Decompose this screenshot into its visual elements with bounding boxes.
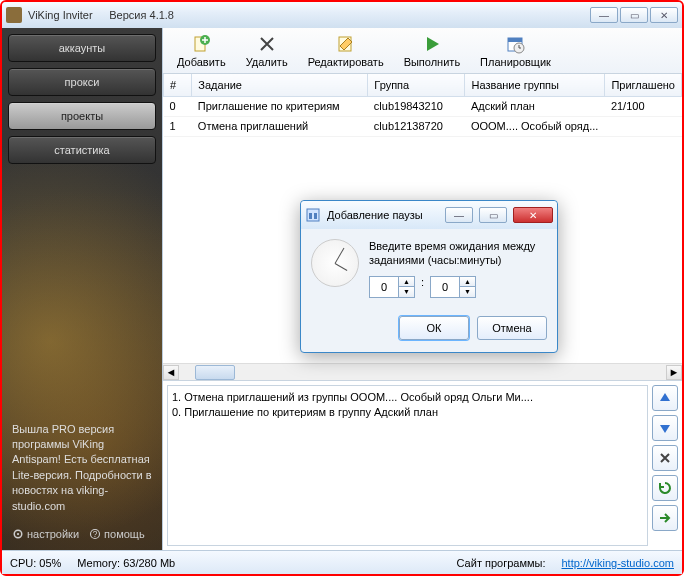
scroll-thumb[interactable]: [195, 365, 235, 380]
edit-label: Редактировать: [308, 56, 384, 68]
hours-up-icon[interactable]: ▲: [399, 277, 414, 288]
col-groupname[interactable]: Название группы: [465, 74, 605, 96]
delete-label: Удалить: [246, 56, 288, 68]
maximize-button[interactable]: ▭: [620, 7, 648, 23]
add-button[interactable]: Добавить: [169, 32, 234, 70]
settings-link[interactable]: настройки: [12, 528, 79, 540]
toolbar: Добавить Удалить Редактировать Выполнить…: [163, 28, 682, 74]
run-button[interactable]: Выполнить: [396, 32, 468, 70]
clock-icon: [311, 239, 359, 287]
svg-rect-10: [307, 209, 319, 221]
app-title: ViKing Inviter Версия 4.1.8: [28, 8, 174, 22]
ok-button[interactable]: ОК: [399, 316, 469, 340]
horizontal-scrollbar[interactable]: ◄ ►: [163, 363, 682, 380]
dialog-close-button[interactable]: ✕: [513, 207, 553, 223]
hours-spinner[interactable]: ▲▼: [369, 276, 415, 298]
table-row[interactable]: 0 Приглашение по критериям club19843210 …: [164, 96, 682, 116]
time-sep: :: [421, 276, 424, 298]
nav-accounts[interactable]: аккаунты: [8, 34, 156, 62]
dialog-title: Добавление паузы: [327, 209, 423, 221]
col-task[interactable]: Задание: [192, 74, 368, 96]
dialog-titlebar: Добавление паузы ― ▭ ✕: [301, 201, 557, 229]
help-icon: ?: [89, 528, 101, 540]
run-label: Выполнить: [404, 56, 460, 68]
dialog-maximize-button[interactable]: ▭: [479, 207, 507, 223]
add-icon: [191, 34, 211, 54]
sidebar: аккаунты прокси проекты статистика Вышла…: [2, 28, 162, 550]
clear-button[interactable]: [652, 445, 678, 471]
log-line: 1. Отмена приглашений из группы ОООМ....…: [172, 390, 643, 405]
log-line: 0. Приглашение по критериям в группу Адс…: [172, 405, 643, 420]
log-buttons: [648, 381, 682, 550]
minutes-down-icon[interactable]: ▼: [460, 287, 475, 297]
promo-text: Вышла PRO версия программы ViKing Antisp…: [8, 418, 156, 518]
svg-rect-11: [309, 213, 312, 219]
col-index[interactable]: #: [164, 74, 192, 96]
memory-status: Memory: 63/280 Mb: [77, 557, 175, 569]
app-window: ViKing Inviter Версия 4.1.8 ― ▭ ✕ аккаун…: [0, 0, 684, 576]
titlebar: ViKing Inviter Версия 4.1.8 ― ▭ ✕: [2, 2, 682, 28]
cpu-status: CPU: 05%: [10, 557, 61, 569]
col-invited[interactable]: Приглашено: [605, 74, 682, 96]
nav-stats[interactable]: статистика: [8, 136, 156, 164]
hours-input[interactable]: [370, 277, 398, 297]
svg-point-1: [17, 533, 19, 535]
move-down-button[interactable]: [652, 415, 678, 441]
log-area: 1. Отмена приглашений из группы ОООМ....…: [163, 380, 682, 550]
scroll-left-icon[interactable]: ◄: [163, 365, 179, 380]
scheduler-button[interactable]: Планировщик: [472, 32, 559, 70]
log-textbox[interactable]: 1. Отмена приглашений из группы ОООМ....…: [167, 385, 648, 546]
delete-icon: [257, 34, 277, 54]
delete-button[interactable]: Удалить: [238, 32, 296, 70]
col-group[interactable]: Группа: [368, 74, 465, 96]
dialog-minimize-button[interactable]: ―: [445, 207, 473, 223]
table-row[interactable]: 1 Отмена приглашений club12138720 ОООМ..…: [164, 116, 682, 136]
scheduler-label: Планировщик: [480, 56, 551, 68]
window-controls: ― ▭ ✕: [590, 7, 678, 23]
minimize-button[interactable]: ―: [590, 7, 618, 23]
export-button[interactable]: [652, 505, 678, 531]
add-label: Добавить: [177, 56, 226, 68]
cancel-button[interactable]: Отмена: [477, 316, 547, 340]
pause-dialog: Добавление паузы ― ▭ ✕ Введите время ожи…: [300, 200, 558, 353]
minutes-input[interactable]: [431, 277, 459, 297]
play-icon: [422, 34, 442, 54]
nav-proxy[interactable]: прокси: [8, 68, 156, 96]
site-link[interactable]: http://viking-studio.com: [562, 557, 675, 569]
dialog-icon: [305, 207, 321, 223]
svg-rect-8: [508, 38, 522, 42]
nav-projects[interactable]: проекты: [8, 102, 156, 130]
refresh-button[interactable]: [652, 475, 678, 501]
hours-down-icon[interactable]: ▼: [399, 287, 414, 297]
tasks-table: # Задание Группа Название группы Приглаш…: [163, 74, 682, 137]
dialog-text: Введите время ожидания между заданиями (…: [369, 239, 547, 268]
edit-button[interactable]: Редактировать: [300, 32, 392, 70]
close-button[interactable]: ✕: [650, 7, 678, 23]
svg-text:?: ?: [93, 530, 98, 539]
minutes-spinner[interactable]: ▲▼: [430, 276, 476, 298]
scroll-right-icon[interactable]: ►: [666, 365, 682, 380]
move-up-button[interactable]: [652, 385, 678, 411]
site-label: Сайт программы:: [457, 557, 546, 569]
app-icon: [6, 7, 22, 23]
help-link[interactable]: ?помощь: [89, 528, 145, 540]
statusbar: CPU: 05% Memory: 63/280 Mb Сайт программ…: [2, 550, 682, 574]
svg-rect-12: [314, 213, 317, 219]
minutes-up-icon[interactable]: ▲: [460, 277, 475, 288]
gear-icon: [12, 528, 24, 540]
edit-icon: [336, 34, 356, 54]
calendar-icon: [505, 34, 525, 54]
sidebar-footer: настройки ?помощь: [8, 524, 156, 544]
